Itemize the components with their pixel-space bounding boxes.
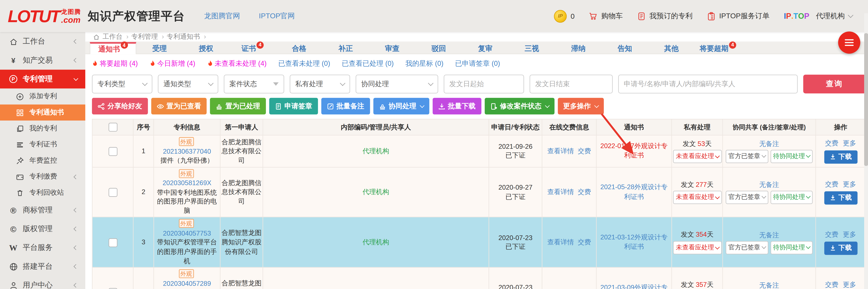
row-checkbox[interactable]: [108, 147, 117, 156]
iptop-orders-button[interactable]: IPTOP服务订单: [707, 11, 770, 21]
filter-my-starred[interactable]: 我的星标 (0): [405, 59, 443, 68]
agency-menu[interactable]: IP.TOP 代理机构: [784, 11, 852, 21]
filter-seal-applied[interactable]: 已申请签章 (0): [455, 59, 500, 68]
private-handle-select[interactable]: 未查看应处理: [673, 241, 722, 254]
filter-unviewed-unhandled[interactable]: 未查看未处理 (4): [207, 59, 267, 68]
private-handle-select[interactable]: 未查看应处理: [673, 150, 722, 163]
share-to-friends-button[interactable]: 分享给好友: [92, 98, 148, 114]
cart-button[interactable]: 购物车: [589, 11, 623, 21]
sidebar-item-patent-payment[interactable]: 专利缴费: [0, 169, 85, 184]
notice-link[interactable]: 2021-03-09外观设计专利证书: [598, 283, 670, 289]
view-detail-link[interactable]: 查看详情: [547, 188, 574, 196]
seal-status-select[interactable]: 官方已签章: [726, 191, 768, 204]
filter-viewed-handled[interactable]: 已查看已处理 (0): [342, 59, 394, 68]
keyword-search-input[interactable]: [618, 75, 798, 94]
application-number-link[interactable]: 202030581269X: [162, 179, 211, 187]
select-all-checkbox[interactable]: [108, 123, 117, 132]
apply-seal-button[interactable]: 申请签章: [269, 98, 318, 114]
sidebar-item-patent-management[interactable]: P 专利管理: [0, 70, 85, 88]
search-button[interactable]: 查询: [803, 75, 866, 94]
tab-notices[interactable]: 通知书4: [90, 42, 136, 54]
notice-link[interactable]: 2021-05-28外观设计专利证书: [598, 183, 670, 202]
ip-coin-icon[interactable]: IP: [554, 9, 567, 22]
batch-note-button[interactable]: 批量备注: [321, 98, 370, 114]
pay-link[interactable]: 交费: [578, 147, 591, 155]
filter-expiring-soon[interactable]: 将要超期 (4): [92, 59, 138, 68]
quick-menu-fab[interactable]: [838, 32, 860, 53]
row-checkbox[interactable]: [108, 288, 117, 289]
tab-qualified[interactable]: 合格: [276, 42, 322, 53]
remark-link[interactable]: 无备注: [759, 231, 779, 239]
pay-link[interactable]: 交费: [578, 238, 591, 246]
issue-date-start-input[interactable]: [444, 75, 524, 94]
remark-link[interactable]: 无备注: [759, 140, 779, 147]
mark-viewed-button[interactable]: 置为已查看: [151, 98, 207, 114]
sidebar-item-workbench[interactable]: 工作台: [0, 32, 85, 51]
scrollbar-thumb[interactable]: [864, 33, 868, 166]
application-number-link[interactable]: 2020304057289: [163, 280, 211, 287]
op-pay-link[interactable]: 交费: [825, 139, 838, 147]
breadcrumb-workbench[interactable]: 工作台: [102, 32, 129, 41]
sidebar-item-ip-trade[interactable]: ¥ 知产交易: [0, 51, 85, 70]
filter-viewed-unhandled[interactable]: 已查看未处理 (0): [278, 59, 330, 68]
patent-type-select[interactable]: 专利类型: [92, 75, 152, 94]
filter-new-today[interactable]: 今日新增 (4): [150, 59, 195, 68]
tab-authorization[interactable]: 授权: [183, 42, 229, 53]
tab-reexamination[interactable]: 复审: [462, 42, 508, 53]
row-checkbox[interactable]: [108, 188, 117, 197]
change-case-status-button[interactable]: 修改案件状态: [485, 98, 554, 114]
remark-link[interactable]: 无备注: [759, 181, 779, 188]
sidebar-item-my-patents[interactable]: 我的专利: [0, 120, 85, 136]
sidebar-item-patent-recycle-bin[interactable]: 专利回收站: [0, 185, 85, 201]
op-more-link[interactable]: 更多: [843, 139, 856, 147]
tab-correction[interactable]: 补正: [322, 42, 369, 53]
scrollbar-track[interactable]: [864, 13, 868, 289]
seal-status-select[interactable]: 官方已签章: [726, 150, 768, 163]
nav-lotut-site-link[interactable]: 龙图腾官网: [204, 11, 240, 21]
sidebar-item-build-platform[interactable]: 搭建平台: [0, 257, 85, 276]
op-pay-link[interactable]: 交费: [825, 180, 838, 188]
sidebar-item-patent-notices[interactable]: 专利通知书: [0, 105, 85, 120]
op-more-link[interactable]: 更多: [843, 180, 856, 188]
pay-link[interactable]: 交费: [578, 188, 591, 196]
remark-link[interactable]: 无备注: [759, 281, 779, 289]
application-number-link[interactable]: 2020304057753: [163, 229, 211, 237]
notice-link[interactable]: 2022-01-07外观设计专利证书: [598, 142, 670, 161]
lotut-logo[interactable]: LOTUT 龙图腾 .com: [8, 7, 81, 25]
sidebar-item-patent-certificates[interactable]: 专利证书: [0, 137, 85, 153]
more-actions-button[interactable]: 更多操作: [558, 98, 603, 114]
sidebar-item-trademark-management[interactable]: ® 商标管理: [0, 201, 85, 219]
mark-handled-button[interactable]: 置为已处理: [210, 98, 266, 114]
tab-late-fee[interactable]: 滞纳: [555, 42, 601, 53]
op-pay-link[interactable]: 交费: [825, 230, 838, 238]
tab-other[interactable]: 其他: [648, 42, 695, 53]
sidebar-item-platform-services[interactable]: W 平台服务: [0, 238, 85, 257]
sidebar-item-copyright-management[interactable]: © 版权管理: [0, 219, 85, 238]
notice-type-select[interactable]: 通知类型: [158, 75, 218, 94]
collab-handle-select[interactable]: 协同处理: [355, 75, 438, 94]
reserved-patents-button[interactable]: 我预订的专利: [637, 11, 693, 21]
batch-download-button[interactable]: 批量下载: [432, 98, 481, 114]
view-detail-link[interactable]: 查看详情: [547, 147, 574, 155]
tab-expiring-soon[interactable]: 将要超期4: [695, 42, 741, 53]
download-button[interactable]: 下载: [824, 150, 857, 164]
private-handle-select[interactable]: 私有处理: [290, 75, 350, 94]
case-status-select[interactable]: 案件状态: [224, 75, 284, 94]
sidebar-item-add-patent[interactable]: 添加专利: [0, 88, 85, 105]
notice-link[interactable]: 2021-03-12外观设计专利证书: [598, 232, 670, 252]
op-more-link[interactable]: 更多: [843, 230, 856, 238]
collab-status-select[interactable]: 待协同处理: [770, 241, 813, 254]
collab-status-select[interactable]: 待协同处理: [770, 191, 813, 204]
seal-status-select[interactable]: 官方已签章: [726, 241, 768, 254]
tab-acceptance[interactable]: 受理: [136, 42, 183, 53]
sidebar-item-user-center[interactable]: 用户中心: [0, 276, 85, 289]
op-pay-link[interactable]: 交费: [825, 281, 838, 288]
tab-notification[interactable]: 告知: [602, 42, 648, 53]
view-detail-link[interactable]: 查看详情: [547, 238, 574, 246]
tab-certificate[interactable]: 证书4: [229, 42, 276, 53]
row-checkbox[interactable]: [108, 238, 117, 247]
tab-rejection[interactable]: 驳回: [415, 42, 462, 53]
tab-examination[interactable]: 审查: [369, 42, 415, 53]
breadcrumb-patent-management[interactable]: 专利管理: [131, 32, 164, 41]
collab-status-select[interactable]: 待协同处理: [770, 150, 813, 163]
